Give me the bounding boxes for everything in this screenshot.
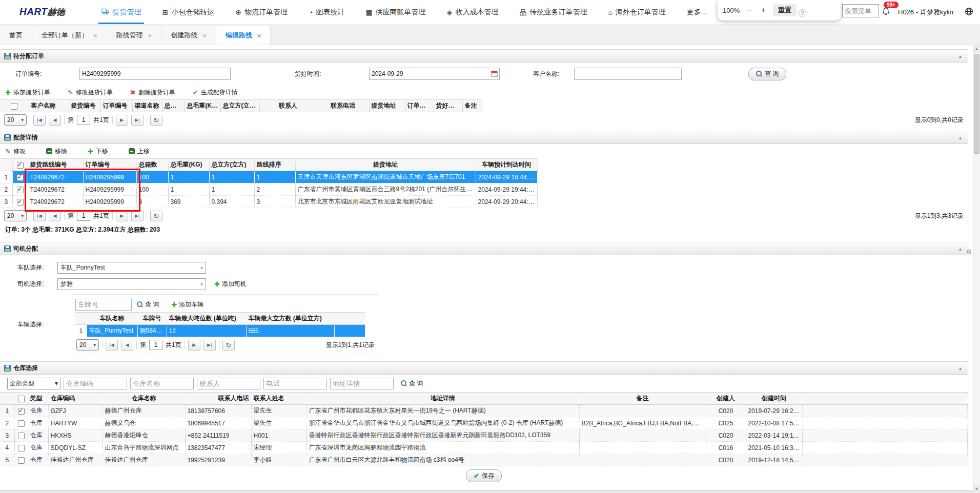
row-checkbox[interactable] [17,174,24,181]
nav-item-pickup-management[interactable]: 提货管理 [101,0,141,24]
edit-row-button[interactable]: ✎ 修改 [5,147,26,156]
column-header[interactable]: 创建时间 [746,393,802,405]
column-header[interactable]: 车辆预计到达时间 [476,159,537,171]
contact-input[interactable] [197,378,260,389]
select-all-checkbox[interactable] [17,162,24,169]
nav-item-chart-statistics[interactable]: ◔ 图表统计 [309,0,344,24]
plate-number-input[interactable] [75,299,132,311]
column-header[interactable]: 总毛重(KG) [185,100,220,112]
zoom-reset-button[interactable]: 重置 [773,4,797,16]
nav-item-traditional-business-order-management[interactable]: 品 传统业务订单管理 [519,0,587,24]
next-page-button[interactable] [188,340,200,351]
row-checkbox[interactable] [18,408,25,415]
refresh-icon[interactable] [222,340,235,351]
column-header[interactable]: 订单编号 [100,100,132,112]
first-page-button[interactable] [33,115,46,126]
generate-allocation-button[interactable]: ✔ 生成配货详情 [193,88,238,97]
column-header[interactable]: 仓库名称 [103,393,185,405]
collapse-panel-handle[interactable] [966,247,972,254]
row-checkbox[interactable] [17,199,24,206]
column-header[interactable]: 车辆最大立方数 (单位立方) [246,313,334,325]
nav-item-income-cost-management[interactable]: ◈ 收入成本管理 [447,0,499,24]
delete-pickup-order-button[interactable]: ✖ 删除提货订单 [130,88,175,97]
column-header[interactable]: 总毛重(KG) [168,159,209,171]
nav-item-supplier-bill-management[interactable]: ▦ 供应商账单管理 [365,0,425,24]
column-header[interactable]: 车队名称 [87,313,137,325]
zoom-out-button[interactable]: − [745,6,753,15]
column-header[interactable]: 创建人 [706,393,746,405]
last-page-button[interactable] [131,115,144,126]
select-all-checkbox[interactable] [11,103,17,110]
scroll-up-icon[interactable] [973,45,980,53]
column-header[interactable]: 备注 [462,100,482,112]
column-header[interactable]: 联系电话 [317,100,369,112]
warehouse-type-select[interactable]: 全部类型 ▾ [7,378,60,389]
table-row[interactable]: 3 仓库 HKXHS 赫德香港炬峰仓 +852 24111519 H001 香港… [0,429,968,442]
table-row[interactable]: 1 车队_PonnyTest 测584454 12 555 [75,325,365,337]
column-header[interactable]: 类型 [28,393,48,405]
column-header[interactable]: 总立方(立方) [220,100,259,112]
vertical-scrollbar[interactable] [973,45,980,493]
phone-input[interactable] [263,378,327,389]
refresh-icon[interactable] [150,115,162,126]
save-button[interactable]: ✔ 保存 [466,469,502,482]
nav-item-overseas-warehouse-order-management[interactable]: ⌂ 海外仓订单管理 [608,0,665,24]
calendar-picker-icon[interactable] [491,71,498,77]
last-page-button[interactable] [203,340,216,351]
tab-edit-route[interactable]: 编辑路线 [216,26,271,45]
search-menu-input[interactable] [842,4,879,17]
column-header[interactable]: 总立方(立方) [209,159,254,171]
row-checkbox[interactable] [18,457,25,464]
edit-pickup-order-button[interactable]: ✎ 修改提货订单 [68,88,113,97]
zoom-in-button[interactable]: + [759,6,768,15]
order-no-input[interactable] [79,68,231,80]
next-page-button[interactable] [116,211,128,221]
column-header[interactable]: 车牌号 [137,313,167,325]
tab-create-route[interactable]: 创建路线 [161,26,216,45]
nav-item-parcel-warehouse-transfer[interactable]: ⊞ 小包仓储转运 [162,0,214,24]
nav-item-more[interactable]: 更多... [687,0,707,24]
close-icon[interactable] [148,32,152,39]
fleet-select[interactable]: 车队_PonnyTest ▾ [57,262,206,274]
close-icon[interactable] [93,32,97,39]
column-header[interactable]: 渠道名称 [132,100,162,112]
column-header[interactable]: 联系人 [259,100,317,112]
row-checkbox[interactable] [18,445,25,451]
scroll-down-icon[interactable] [973,485,980,493]
table-row[interactable]: 2 T240929672 H2409295999 100 1 1 2 广东省广州… [0,183,537,196]
move-down-button[interactable]: ✚ 下移 [88,147,108,156]
column-header[interactable]: 订单编号 [83,159,136,171]
remove-row-button[interactable]: 移除 [46,147,67,156]
column-header[interactable]: 货好时间 [434,100,462,112]
table-row[interactable]: 3 T240929672 H2409295999 3 369 0.394 3 北… [0,196,537,208]
row-checkbox[interactable] [18,433,25,439]
tab-home[interactable]: 首页 [0,26,32,45]
first-page-button[interactable] [33,211,46,221]
add-driver-button[interactable]: ✚ 添加司机 [214,280,247,289]
last-page-button[interactable] [131,211,144,221]
column-header[interactable]: 车辆最大吨位数 (单位吨) [167,313,246,325]
column-header[interactable]: 总箱数 [162,100,185,112]
ready-time-input[interactable] [369,68,500,80]
warehouse-name-input[interactable] [130,378,194,389]
user-account[interactable]: H026 - 肖梦雅kylin [898,8,953,17]
column-header[interactable]: 联系人姓名 [251,393,307,405]
address-input[interactable] [330,378,394,389]
app-logo[interactable]: HART 赫德 [19,6,65,18]
scrollbar-thumb[interactable] [974,54,979,154]
row-checkbox[interactable] [17,187,24,193]
move-up-button[interactable]: 上移 [129,147,150,156]
column-header[interactable]: 联系人电话 [185,393,251,405]
column-header[interactable]: 提货地址 [295,159,476,171]
page-number-input[interactable] [149,340,162,350]
first-page-button[interactable] [106,340,118,351]
column-header[interactable]: 提货地址 [369,100,405,112]
page-number-input[interactable] [77,115,90,125]
page-size-select[interactable]: 20 [76,339,99,351]
close-icon[interactable] [257,32,261,39]
table-row[interactable]: 4 仓库 SDQDYL-SZ 山东青岛宇路物流深圳网点 13823547477 … [0,442,968,454]
tab-route-management[interactable]: 路线管理 [107,26,162,45]
page-size-select[interactable]: 20 [4,114,27,126]
row-checkbox[interactable] [18,420,25,427]
collapse-caret-icon[interactable]: ▴ [959,365,962,371]
